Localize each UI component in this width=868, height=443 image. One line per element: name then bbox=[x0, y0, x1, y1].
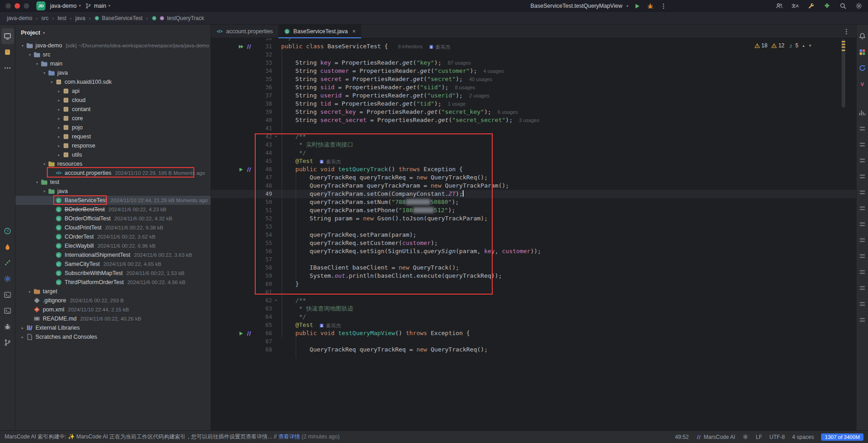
code-line-48[interactable]: 48 QueryTrackParam queryTrackParam = new… bbox=[211, 182, 856, 190]
code-line-64[interactable]: 64 */ bbox=[211, 313, 856, 321]
weak-warnings-count[interactable]: 12 bbox=[771, 42, 784, 49]
window-lines-button[interactable] bbox=[856, 296, 868, 312]
usages-inlay-hint[interactable]: 87 usages bbox=[448, 60, 471, 66]
window-lines-button[interactable] bbox=[856, 137, 868, 153]
search-button[interactable] bbox=[838, 1, 848, 10]
usages-inlay-hint[interactable]: 9 inheritors bbox=[398, 44, 423, 49]
code-line-60[interactable]: 60 } bbox=[211, 280, 856, 288]
code-line-59[interactable]: 59 System.out.println(baseClient.execute… bbox=[211, 272, 856, 280]
users-button[interactable] bbox=[775, 1, 784, 10]
code-line-39[interactable]: 39 String secret_key = PropertiesReader.… bbox=[211, 108, 856, 116]
tree-chevron-icon[interactable]: ▸ bbox=[56, 153, 62, 157]
tree-row-external-libraries[interactable]: ▸External Libraries bbox=[15, 323, 211, 332]
translate-button[interactable]: 文A bbox=[791, 1, 800, 10]
tree-chevron-icon[interactable]: ▾ bbox=[41, 189, 48, 193]
wrench-button[interactable] bbox=[807, 1, 816, 10]
tree-row-cloud[interactable]: ▸cloud bbox=[15, 96, 211, 105]
tree-row-cloudprinttest[interactable]: CCloudPrintTest2024/11/6 00:22, 9.38 kB bbox=[15, 223, 211, 232]
code-line-46[interactable]: 46 public void testQueryTrack() throws E… bbox=[211, 165, 856, 173]
window-lines-button[interactable] bbox=[856, 312, 868, 328]
code-line-40[interactable]: 40 String secret_secret = PropertiesRead… bbox=[211, 116, 856, 124]
line-separator-widget[interactable]: LF bbox=[756, 434, 762, 440]
warning-stripe-mark[interactable] bbox=[842, 44, 845, 45]
branch-selector[interactable]: main ▾ bbox=[85, 3, 110, 9]
code-line-63[interactable]: 63 * 快递查询地图轨迹 bbox=[211, 305, 856, 313]
code-line-54[interactable]: 54 queryTrackReq.setParam(param); bbox=[211, 231, 856, 239]
code-line-61[interactable]: 61 bbox=[211, 288, 856, 296]
terminal-one-button[interactable] bbox=[1, 287, 14, 303]
code-line-57[interactable]: 57 bbox=[211, 255, 856, 264]
breadcrumb-src[interactable]: src bbox=[40, 14, 50, 22]
tab-account-properties[interactable]: </>account.properties bbox=[211, 25, 278, 38]
tree-row-java[interactable]: ▾java bbox=[15, 68, 211, 77]
code-line-35[interactable]: 35 String secret = PropertiesReader.get(… bbox=[211, 75, 856, 83]
warning-stripe-mark[interactable] bbox=[842, 50, 845, 51]
code-line-58[interactable]: 58 IBaseClient baseClient = new QueryTra… bbox=[211, 264, 856, 272]
code-line-32[interactable]: 32 bbox=[211, 51, 856, 59]
tree-chevron-icon[interactable]: ▾ bbox=[26, 53, 33, 57]
author-inlay[interactable]: 秦英杰 bbox=[319, 158, 341, 166]
window-lines-button[interactable] bbox=[856, 153, 868, 168]
debug-button[interactable] bbox=[646, 1, 655, 10]
tree-row-internationalshipmenttest[interactable]: CInternationalShipmentTest2024/11/6 00:2… bbox=[15, 250, 211, 260]
water-drop-button[interactable] bbox=[1, 239, 14, 255]
close-icon[interactable]: × bbox=[352, 28, 356, 35]
code-line-33[interactable]: 33 String key = PropertiesReader.get("ke… bbox=[211, 59, 856, 67]
usages-inlay-hint[interactable]: 4 usages bbox=[484, 68, 504, 74]
tree-row-readme-md[interactable]: MREADME.md2024/11/6 00:22, 40.26 kB bbox=[15, 314, 211, 323]
letter-v-button[interactable]: V bbox=[856, 76, 868, 92]
memory-indicator[interactable]: 1307 of 3400M bbox=[821, 433, 863, 441]
code-line-36[interactable]: 36 String siid = PropertiesReader.get("s… bbox=[211, 83, 856, 92]
window-lines-button[interactable] bbox=[856, 248, 868, 264]
cursor-position[interactable]: 49:52 bbox=[675, 434, 689, 440]
previous-problem-icon[interactable]: ▴ bbox=[802, 43, 805, 48]
tree-row-api[interactable]: ▸api bbox=[15, 87, 211, 96]
warning-stripe-mark[interactable] bbox=[842, 41, 845, 42]
tree-row-scratches-and-consoles[interactable]: ▸Scratches and Consoles bbox=[15, 332, 211, 341]
usages-inlay-hint[interactable]: 1 usage bbox=[448, 101, 465, 107]
close-window-icon[interactable] bbox=[15, 3, 20, 9]
chart-lines-button[interactable] bbox=[856, 105, 868, 121]
code-line-62[interactable]: 62▾ /** bbox=[211, 296, 856, 305]
tree-row-pom-xml[interactable]: mpom.xml2024/11/10 22:44, 2.15 kB bbox=[15, 305, 211, 314]
git-branch-button[interactable] bbox=[1, 335, 14, 351]
project-panel-header[interactable]: Project ▾ bbox=[15, 25, 211, 41]
notifications-bell-button[interactable] bbox=[856, 28, 868, 44]
window-lines-button[interactable] bbox=[856, 232, 868, 248]
code-line-53[interactable]: 53 bbox=[211, 223, 856, 231]
tree-row-com-kuaidi100-sdk[interactable]: ▾com.kuaidi100.sdk bbox=[15, 77, 211, 87]
code-line-55[interactable]: 55 queryTrackReq.setCustomer(customer); bbox=[211, 239, 856, 247]
author-inlay[interactable]: 秦英杰 bbox=[319, 321, 341, 330]
tree-chevron-icon[interactable]: ▸ bbox=[26, 290, 33, 294]
tree-row-resources[interactable]: ▾resources bbox=[15, 159, 211, 168]
tree-row-src[interactable]: ▾src bbox=[15, 50, 211, 59]
tree-row-main[interactable]: ▾main bbox=[15, 59, 211, 68]
next-problem-icon[interactable]: ▾ bbox=[808, 43, 812, 48]
bookmarks-button[interactable] bbox=[1, 44, 14, 60]
tree-row-pojo[interactable]: ▸pojo bbox=[15, 123, 211, 132]
tree-chevron-icon[interactable]: ▾ bbox=[19, 44, 26, 48]
code-line-44[interactable]: 44 */ bbox=[211, 149, 856, 157]
terminal-button[interactable] bbox=[1, 303, 14, 319]
sync-button[interactable] bbox=[856, 60, 868, 76]
encoding-widget[interactable]: UTF-8 bbox=[769, 434, 785, 440]
run-configuration-selector[interactable]: BaseServiceTest.testQueryMapView bbox=[530, 3, 622, 9]
bug-gray-button[interactable] bbox=[1, 319, 14, 335]
tree-chevron-icon[interactable]: ▾ bbox=[41, 71, 48, 75]
tree-chevron-icon[interactable]: ▸ bbox=[56, 107, 62, 112]
code-line-47[interactable]: 47 QueryTrackReq queryTrackReq = new Que… bbox=[211, 173, 856, 182]
tree-row-baseservicetest[interactable]: CBaseServiceTest2024/11/10 22:44, 21.29 … bbox=[15, 196, 211, 205]
usages-inlay-hint[interactable]: 6 usages bbox=[498, 109, 518, 115]
tree-row-samecitytest[interactable]: CSameCityTest2024/11/6 00:22, 4.65 kB bbox=[15, 260, 211, 269]
breadcrumb-test[interactable]: test bbox=[56, 14, 67, 22]
ant-button[interactable] bbox=[1, 255, 14, 271]
code-line-50[interactable]: 50 queryTrackParam.setNum("78850880"); bbox=[211, 198, 856, 206]
ai-plugin-button[interactable] bbox=[856, 44, 868, 60]
usages-inlay-hint[interactable]: 8 usages bbox=[455, 85, 475, 90]
window-lines-button[interactable] bbox=[856, 280, 868, 296]
tree-chevron-icon[interactable]: ▾ bbox=[34, 62, 40, 66]
code-line-68[interactable]: 68 QueryTrackReq queryTrackReq = new Que… bbox=[211, 346, 856, 354]
tree-row-gitignore[interactable]: .gitignore2024/11/6 00:22, 293 B bbox=[15, 296, 211, 305]
breadcrumb-java[interactable]: java bbox=[74, 14, 86, 22]
tree-chevron-icon[interactable]: ▸ bbox=[56, 117, 62, 121]
